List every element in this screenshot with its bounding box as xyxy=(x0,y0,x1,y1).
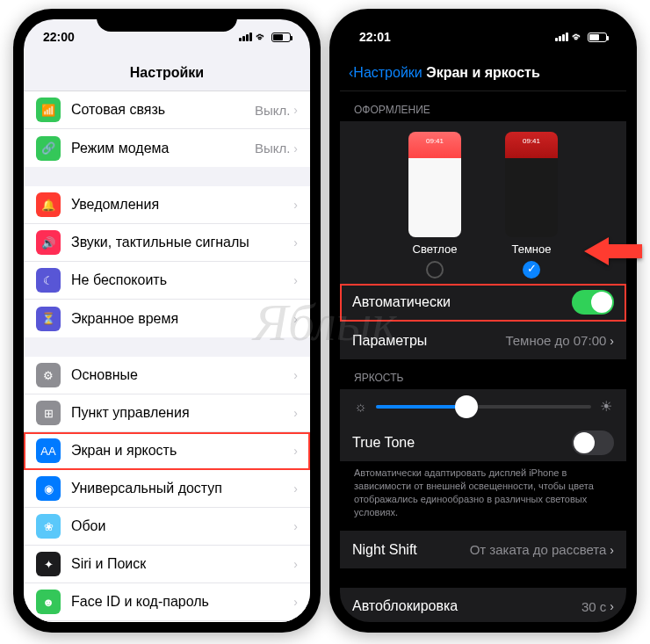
row-icon: ◉ xyxy=(36,476,61,501)
settings-row[interactable]: ✦Siri и Поиск› xyxy=(24,546,310,583)
row-detail: Выкл. xyxy=(255,103,290,118)
row-icon: 🔔 xyxy=(36,192,61,217)
nav-header: Настройки xyxy=(24,54,310,91)
chevron-right-icon: › xyxy=(610,543,614,557)
chevron-right-icon: › xyxy=(293,198,298,212)
chevron-right-icon: › xyxy=(610,599,614,613)
brightness-slider[interactable] xyxy=(376,405,591,409)
row-label: Режим модема xyxy=(71,141,255,156)
chevron-right-icon: › xyxy=(293,141,298,156)
phone-right: 22:01 ᯤ ‹ Настройки Экран и яркость ОФОР… xyxy=(329,9,637,633)
settings-row[interactable]: SOSЭкстренный вызов — SOS› xyxy=(24,621,310,622)
row-label: Не беспокоить xyxy=(71,272,293,288)
phone-left: 22:00 ᯤ Настройки 📶Сотовая связьВыкл.›🔗Р… xyxy=(13,9,321,633)
row-icon: AA xyxy=(36,438,61,463)
row-label: Универсальный доступ xyxy=(71,481,293,496)
row-label: Пункт управления xyxy=(71,405,293,421)
notch xyxy=(413,9,553,32)
chevron-right-icon: › xyxy=(293,235,298,250)
toggle-automatic[interactable] xyxy=(572,290,614,315)
chevron-right-icon: › xyxy=(610,334,614,348)
row-label: Основные xyxy=(71,367,293,383)
row-icon: 📶 xyxy=(36,98,61,122)
section-brightness: ЯРКОСТЬ xyxy=(340,359,626,389)
row-icon: 🔗 xyxy=(36,136,61,161)
clock: 22:00 xyxy=(43,30,75,44)
row-icon: ❀ xyxy=(36,514,61,539)
settings-row[interactable]: 📶Сотовая связьВыкл.› xyxy=(24,91,310,129)
settings-row[interactable]: ⚙Основные› xyxy=(24,357,310,394)
settings-row[interactable]: 🔔Уведомления› xyxy=(24,186,310,224)
battery-icon xyxy=(588,33,607,42)
settings-row[interactable]: ⏳Экранное время› xyxy=(24,300,310,337)
row-icon: ⏳ xyxy=(36,307,61,331)
svg-marker-0 xyxy=(584,237,642,265)
row-label: Face ID и код-пароль xyxy=(71,594,293,610)
settings-row[interactable]: 🔗Режим модемаВыкл.› xyxy=(24,129,310,167)
row-label: Обои xyxy=(71,518,293,534)
row-icon: ✦ xyxy=(36,552,61,576)
row-icon: ⚙ xyxy=(36,363,61,387)
back-button[interactable]: ‹ Настройки xyxy=(349,65,422,81)
chevron-right-icon: › xyxy=(293,368,298,382)
row-label: Сотовая связь xyxy=(71,102,255,118)
sun-small-icon: ☼ xyxy=(354,399,367,415)
battery-icon xyxy=(271,33,291,42)
sun-large-icon: ☀ xyxy=(600,398,612,415)
radio-light[interactable] xyxy=(426,261,444,279)
chevron-right-icon: › xyxy=(293,312,298,326)
row-truetone[interactable]: True Tone xyxy=(340,423,626,461)
clock: 22:01 xyxy=(359,30,391,44)
row-label: Экранное время xyxy=(71,311,293,327)
row-icon: 🔊 xyxy=(36,230,61,255)
toggle-truetone[interactable] xyxy=(572,431,614,455)
settings-row[interactable]: ☻Face ID и код-пароль› xyxy=(24,583,310,621)
brightness-slider-row[interactable]: ☼ ☀ xyxy=(340,389,626,423)
chevron-right-icon: › xyxy=(293,557,298,571)
row-label: Уведомления xyxy=(71,197,293,213)
chevron-right-icon: › xyxy=(293,481,298,496)
chevron-right-icon: › xyxy=(293,519,298,533)
settings-row[interactable]: ☾Не беспокоить› xyxy=(24,262,310,300)
nav-header: ‹ Настройки Экран и яркость xyxy=(340,54,626,91)
row-nightshift[interactable]: Night Shift От заката до рассвета › xyxy=(340,531,626,568)
signal-icon xyxy=(239,33,252,41)
truetone-note: Автоматически адаптировать дисплей iPhon… xyxy=(340,461,626,531)
theme-option-dark[interactable]: 09:41 Темное xyxy=(505,132,558,279)
section-appearance: ОФОРМЛЕНИЕ xyxy=(340,91,626,121)
chevron-right-icon: › xyxy=(293,103,298,117)
callout-arrow xyxy=(582,232,644,274)
row-label: Siri и Поиск xyxy=(71,556,293,572)
notch xyxy=(97,9,237,32)
wifi-icon: ᯤ xyxy=(572,30,584,44)
chevron-right-icon: › xyxy=(293,595,298,609)
chevron-right-icon: › xyxy=(293,444,298,458)
settings-row[interactable]: AAЭкран и яркость› xyxy=(24,432,310,470)
settings-row[interactable]: 🔊Звуки, тактильные сигналы› xyxy=(24,224,310,262)
row-automatic[interactable]: Автоматически xyxy=(340,284,626,322)
signal-icon xyxy=(555,33,568,41)
row-parameters[interactable]: Параметры Темное до 07:00 › xyxy=(340,322,626,359)
row-icon: ☾ xyxy=(36,268,61,293)
row-label: Экран и яркость xyxy=(71,443,293,459)
row-detail: Выкл. xyxy=(255,141,290,156)
row-label: Звуки, тактильные сигналы xyxy=(71,235,293,250)
settings-row[interactable]: ❀Обои› xyxy=(24,508,310,546)
row-icon: ⊞ xyxy=(36,401,61,425)
row-autolock[interactable]: Автоблокировка 30 с › xyxy=(340,588,626,622)
radio-dark[interactable] xyxy=(523,261,540,279)
settings-row[interactable]: ◉Универсальный доступ› xyxy=(24,470,310,508)
row-icon: ☻ xyxy=(36,590,61,614)
page-title: Экран и яркость xyxy=(426,65,540,81)
page-title: Настройки xyxy=(130,65,204,81)
chevron-right-icon: › xyxy=(293,273,298,287)
settings-row[interactable]: ⊞Пункт управления› xyxy=(24,394,310,432)
theme-option-light[interactable]: 09:41 Светлое xyxy=(408,132,461,279)
wifi-icon: ᯤ xyxy=(256,30,268,44)
chevron-right-icon: › xyxy=(293,406,298,420)
